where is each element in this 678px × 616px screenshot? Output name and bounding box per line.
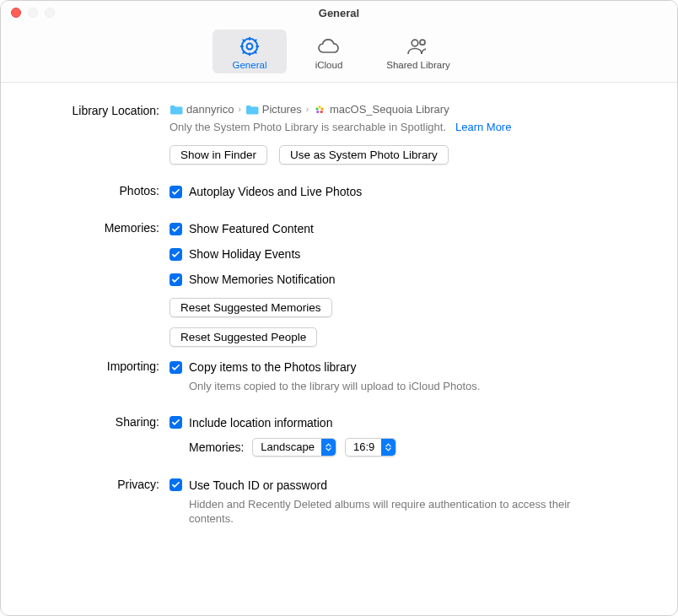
photos-row: Photos: Autoplay Videos and Live Photos (35, 183, 643, 200)
holiday-events-label: Show Holiday Events (189, 247, 300, 261)
featured-content-label: Show Featured Content (189, 222, 314, 235)
orientation-value: Landscape (253, 440, 321, 453)
library-path-breadcrumb: dannyrico › Pictures › (170, 103, 643, 116)
include-location-checkbox[interactable] (170, 416, 182, 429)
breadcrumb-segment[interactable]: dannyrico (186, 103, 234, 116)
orientation-select[interactable]: Landscape (252, 438, 336, 457)
sharing-label: Sharing: (35, 414, 170, 429)
photos-library-icon (313, 104, 326, 116)
learn-more-link[interactable]: Learn More (455, 121, 511, 133)
folder-icon (170, 104, 183, 116)
memories-format-label: Memories: (189, 440, 244, 454)
svg-point-0 (247, 44, 253, 50)
tab-shared-library[interactable]: Shared Library (371, 30, 465, 73)
copy-items-checkbox[interactable] (170, 361, 182, 374)
breadcrumb-segment[interactable]: Pictures (262, 103, 302, 116)
memories-notification-checkbox[interactable] (170, 273, 182, 286)
copy-items-label: Copy items to the Photos library (189, 360, 356, 374)
folder-icon (245, 104, 259, 116)
photos-label: Photos: (35, 183, 170, 197)
cloud-icon (295, 35, 363, 58)
content-area: Library Location: dannyrico › Pictures › (1, 83, 677, 615)
tab-shared-library-label: Shared Library (374, 60, 462, 70)
reset-suggested-memories-button[interactable]: Reset Suggested Memories (170, 298, 332, 317)
settings-window: General General iCloud (0, 0, 678, 616)
tab-general[interactable]: General (213, 30, 287, 73)
tab-icloud-label: iCloud (295, 60, 363, 70)
breadcrumb-segment[interactable]: macOS_Sequoia Library (330, 103, 449, 116)
svg-point-5 (320, 107, 323, 110)
svg-point-2 (412, 40, 418, 46)
svg-point-4 (318, 105, 320, 108)
chevron-right-icon: › (305, 105, 309, 114)
tab-icloud[interactable]: iCloud (292, 30, 366, 73)
svg-point-1 (242, 39, 257, 54)
library-location-label: Library Location: (35, 103, 170, 117)
svg-point-7 (316, 111, 319, 113)
select-stepper-icon (381, 439, 396, 456)
tab-toolbar: General iCloud Shared Library (1, 24, 677, 83)
aspect-ratio-value: 16:9 (346, 440, 381, 453)
svg-point-3 (420, 40, 425, 45)
featured-content-checkbox[interactable] (170, 223, 182, 235)
library-location-row: Library Location: dannyrico › Pictures › (35, 103, 643, 178)
people-icon (374, 35, 462, 58)
privacy-row: Privacy: Use Touch ID or password Hidden… (35, 477, 643, 527)
include-location-label: Include location information (189, 416, 332, 430)
spotlight-note: Only the System Photo Library is searcha… (170, 121, 643, 133)
select-stepper-icon (321, 439, 336, 456)
svg-point-6 (320, 111, 323, 113)
use-as-system-photo-library-button[interactable]: Use as System Photo Library (279, 145, 449, 165)
memories-label: Memories: (35, 220, 170, 235)
touch-id-checkbox[interactable] (170, 478, 182, 491)
memories-notification-label: Show Memories Notification (189, 273, 336, 286)
tab-general-label: General (216, 60, 283, 70)
titlebar: General (1, 1, 677, 24)
importing-row: Importing: Copy items to the Photos libr… (35, 359, 643, 394)
importing-label: Importing: (35, 359, 170, 373)
touch-id-label: Use Touch ID or password (189, 478, 327, 492)
svg-point-8 (315, 107, 318, 110)
reset-suggested-people-button[interactable]: Reset Suggested People (170, 327, 317, 347)
gear-icon (216, 35, 283, 58)
autoplay-checkbox[interactable] (170, 186, 182, 198)
chevron-right-icon: › (237, 105, 241, 114)
aspect-ratio-select[interactable]: 16:9 (345, 438, 396, 457)
holiday-events-checkbox[interactable] (170, 248, 182, 261)
privacy-note: Hidden and Recently Deleted albums will … (189, 497, 611, 527)
privacy-label: Privacy: (35, 477, 170, 491)
sharing-row: Sharing: Include location information Me… (35, 414, 643, 457)
memories-row: Memories: Show Featured Content Show Hol… (35, 220, 643, 354)
show-in-finder-button[interactable]: Show in Finder (170, 145, 267, 165)
window-title: General (1, 7, 677, 19)
importing-note: Only items copied to the library will up… (189, 379, 611, 394)
autoplay-label: Autoplay Videos and Live Photos (189, 185, 362, 198)
